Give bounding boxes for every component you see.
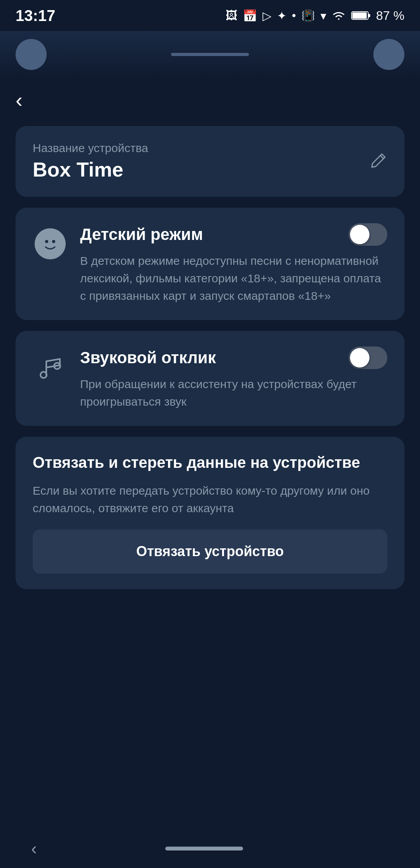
main-content: Название устройства Box Time Де	[0, 118, 420, 612]
battery-icon	[351, 10, 371, 21]
device-name-card: Название устройства Box Time	[16, 126, 404, 197]
svg-rect-2	[352, 12, 367, 19]
wifi-icon: ▾	[320, 9, 326, 23]
unlink-card: Отвязать и стереть данные на устройстве …	[16, 437, 404, 589]
child-mode-toggle-knob	[350, 225, 369, 244]
peek-bar	[171, 53, 249, 56]
status-icons: 🖼 📅 ▷ ✦ • 📳 ▾ 87 %	[226, 9, 404, 23]
peek-avatar-right	[373, 39, 404, 70]
svg-point-5	[52, 240, 55, 243]
svg-point-4	[45, 240, 48, 243]
sound-response-content: Звуковой отклик При обращении к ассистен…	[80, 346, 387, 410]
device-name: Box Time	[33, 158, 148, 181]
sound-response-header: Звуковой отклик	[80, 346, 387, 369]
device-name-info: Название устройства Box Time	[33, 142, 148, 181]
child-mode-title: Детский режим	[80, 225, 203, 244]
sound-icon-container	[33, 350, 68, 385]
back-arrow-icon: ‹	[16, 89, 23, 110]
child-mode-icon-container	[33, 226, 68, 261]
music-note-icon	[37, 354, 64, 381]
home-indicator[interactable]	[165, 847, 243, 850]
calendar-icon: 📅	[243, 9, 257, 23]
battery-percent: 87 %	[376, 9, 404, 23]
prev-screen-peek	[0, 31, 420, 78]
unlink-description: Если вы хотите передать устройство кому-…	[33, 482, 387, 517]
status-time: 13:17	[16, 7, 55, 24]
status-bar: 13:17 🖼 📅 ▷ ✦ • 📳 ▾ 87 %	[0, 0, 420, 31]
child-mode-description: В детском режиме недоступны песни с нено…	[80, 254, 381, 302]
photo-icon: 🖼	[226, 9, 237, 22]
child-mode-icon	[35, 228, 66, 259]
child-mode-card: Детский режим В детском режиме недоступн…	[16, 208, 404, 320]
vibrate-icon: 📳	[301, 9, 315, 22]
edit-icon	[369, 152, 387, 170]
svg-rect-1	[368, 14, 370, 17]
bottom-nav: ‹	[0, 829, 420, 868]
sound-response-description: При обращении к ассистенту на устройства…	[80, 378, 357, 408]
back-button[interactable]: ‹	[0, 78, 38, 118]
device-label: Название устройства	[33, 142, 148, 155]
edit-button[interactable]	[369, 152, 387, 171]
nav-back-arrow[interactable]: ‹	[31, 839, 37, 858]
sound-response-toggle-knob	[350, 348, 369, 368]
unlink-title: Отвязать и стереть данные на устройстве	[33, 452, 387, 472]
peek-avatar-left	[16, 39, 47, 70]
sound-response-title: Звуковой отклик	[80, 348, 216, 367]
svg-point-3	[39, 233, 61, 255]
child-mode-header: Детский режим	[80, 223, 387, 246]
sound-response-card: Звуковой отклик При обращении к ассистен…	[16, 331, 404, 426]
sparkle-icon: ✦	[277, 9, 287, 23]
sound-response-toggle[interactable]	[348, 346, 387, 369]
child-mode-content: Детский режим В детском режиме недоступн…	[80, 223, 387, 304]
wifi-signal-icon	[332, 10, 346, 21]
unlink-button[interactable]: Отвязать устройство	[33, 529, 387, 574]
send-icon: ▷	[262, 9, 271, 23]
dot-icon: •	[292, 9, 296, 22]
child-mode-toggle[interactable]	[348, 223, 387, 246]
